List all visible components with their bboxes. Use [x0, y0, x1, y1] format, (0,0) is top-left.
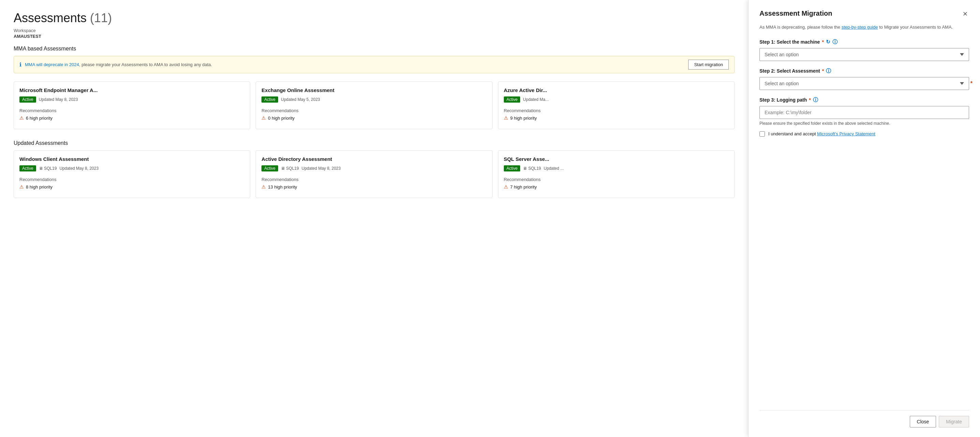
- privacy-checkbox-row: I understand and accept Microsoft's Priv…: [759, 131, 969, 137]
- card-meta: ActiveUpdated May 8, 2023: [19, 97, 244, 103]
- sql-badge: 🖥 SQL19: [523, 166, 541, 171]
- refresh-icon[interactable]: ↻: [826, 39, 830, 45]
- recommendations-label: Recommendations: [19, 108, 244, 113]
- priority-row: ⚠9 high priority: [504, 115, 729, 121]
- card-meta: ActiveUpdated Ma...: [504, 97, 729, 103]
- active-badge: Active: [504, 97, 520, 103]
- warning-triangle-icon: ⚠: [504, 184, 508, 189]
- card-updated: Updated May 8, 2023: [59, 166, 99, 171]
- migrate-button[interactable]: Migrate: [939, 416, 969, 427]
- close-button[interactable]: Close: [910, 416, 936, 427]
- desc-after: to Migrate your Assessments to AMA.: [878, 25, 953, 30]
- card-title: SQL Server Asse...: [504, 156, 729, 162]
- priority-text: 0 high priority: [268, 116, 294, 121]
- assessment-card[interactable]: Azure Active Dir...ActiveUpdated Ma...Re…: [498, 81, 735, 129]
- mma-cards-grid: Microsoft Endpoint Manager A...ActiveUpd…: [14, 81, 735, 129]
- card-updated: Updated May 8, 2023: [39, 97, 78, 102]
- priority-row: ⚠7 high priority: [504, 184, 729, 189]
- card-updated: Updated May 5, 2023: [281, 97, 320, 102]
- workspace-label: Workspace: [14, 28, 735, 33]
- step1-info-icon[interactable]: ⓘ: [832, 39, 837, 45]
- assessment-migration-panel: Assessment Migration ✕ As MMA is depreca…: [748, 0, 980, 437]
- step2-select-wrapper: Select an option *: [759, 77, 969, 90]
- assessment-card[interactable]: SQL Server Asse...Active🖥 SQL19Updated .…: [498, 150, 735, 198]
- step1-label: Step 1: Select the machine * ↻ ⓘ: [759, 39, 969, 45]
- privacy-checkbox[interactable]: [759, 131, 765, 137]
- active-badge: Active: [261, 165, 278, 172]
- card-updated: Updated May 8, 2023: [302, 166, 341, 171]
- priority-row: ⚠8 high priority: [19, 184, 244, 189]
- left-panel: Assessments (11) Workspace AMAUSTEST MMA…: [0, 0, 748, 437]
- info-icon: ℹ: [19, 61, 21, 68]
- page-title: Assessments (11): [14, 11, 735, 25]
- recommendations-label: Recommendations: [261, 108, 487, 113]
- active-badge: Active: [504, 165, 520, 172]
- desc-before: As MMA is deprecating, please follow the: [759, 25, 842, 30]
- warning-triangle-icon: ⚠: [261, 115, 266, 121]
- modal-description: As MMA is deprecating, please follow the…: [759, 24, 969, 31]
- card-updated: Updated ...: [544, 166, 564, 171]
- card-updated: Updated Ma...: [523, 97, 549, 102]
- card-meta: ActiveUpdated May 5, 2023: [261, 97, 487, 103]
- banner-link[interactable]: MMA will deprecate in 2024: [25, 62, 79, 67]
- step3-label: Step 3: Logging path * ⓘ: [759, 97, 969, 103]
- step-by-step-link[interactable]: step-by-step guide: [842, 25, 878, 30]
- warning-triangle-icon: ⚠: [261, 184, 266, 189]
- recommendations-label: Recommendations: [504, 108, 729, 113]
- sql-badge: 🖥 SQL19: [39, 166, 57, 171]
- updated-section-title: Updated Assessments: [14, 140, 735, 146]
- warning-triangle-icon: ⚠: [504, 115, 508, 121]
- title-text: Assessments: [14, 11, 87, 25]
- recommendations-label: Recommendations: [261, 177, 487, 182]
- priority-text: 8 high priority: [26, 184, 52, 189]
- recommendations-label: Recommendations: [19, 177, 244, 182]
- step2-label: Step 2: Select Assessment * ⓘ: [759, 68, 969, 74]
- banner-text: MMA will deprecate in 2024, please migra…: [25, 62, 685, 67]
- logging-path-hint: Please ensure the specified folder exist…: [759, 121, 969, 126]
- card-title: Active Directory Assessment: [261, 156, 487, 162]
- step3-required: *: [809, 97, 811, 103]
- card-title: Windows Client Assessment: [19, 156, 244, 162]
- card-title: Azure Active Dir...: [504, 87, 729, 93]
- step2-info-icon[interactable]: ⓘ: [826, 68, 831, 74]
- priority-row: ⚠0 high priority: [261, 115, 487, 121]
- active-badge: Active: [261, 97, 278, 103]
- updated-cards-grid: Windows Client AssessmentActive🖥 SQL19Up…: [14, 150, 735, 198]
- step1-required: *: [822, 39, 824, 44]
- logging-path-input[interactable]: [759, 106, 969, 119]
- modal-title: Assessment Migration: [759, 10, 832, 17]
- card-title: Exchange Online Assessment: [261, 87, 487, 93]
- step3-info-icon[interactable]: ⓘ: [813, 97, 818, 103]
- assessment-card[interactable]: Active Directory AssessmentActive🖥 SQL19…: [256, 150, 492, 198]
- privacy-link[interactable]: Microsoft's Privacy Statement: [817, 131, 875, 137]
- sql-badge: 🖥 SQL19: [281, 166, 299, 171]
- start-migration-button[interactable]: Start migration: [688, 60, 729, 70]
- warning-triangle-icon: ⚠: [19, 115, 24, 121]
- recommendations-label: Recommendations: [504, 177, 729, 182]
- active-badge: Active: [19, 97, 36, 103]
- step1-select[interactable]: Select an option: [759, 48, 969, 61]
- priority-row: ⚠6 high priority: [19, 115, 244, 121]
- assessment-card[interactable]: Windows Client AssessmentActive🖥 SQL19Up…: [14, 150, 250, 198]
- workspace-name: AMAUSTEST: [14, 34, 735, 39]
- step2-required: *: [822, 68, 824, 74]
- assessment-card[interactable]: Microsoft Endpoint Manager A...ActiveUpd…: [14, 81, 250, 129]
- modal-footer: Close Migrate: [759, 410, 969, 427]
- card-meta: Active🖥 SQL19Updated May 8, 2023: [19, 165, 244, 172]
- assessment-card[interactable]: Exchange Online AssessmentActiveUpdated …: [256, 81, 492, 129]
- active-badge: Active: [19, 165, 36, 172]
- priority-text: 13 high priority: [268, 184, 297, 189]
- card-title: Microsoft Endpoint Manager A...: [19, 87, 244, 93]
- priority-text: 9 high priority: [510, 116, 537, 121]
- card-meta: Active🖥 SQL19Updated ...: [504, 165, 729, 172]
- mma-section-title: MMA based Assessments: [14, 46, 735, 52]
- warning-triangle-icon: ⚠: [19, 184, 24, 189]
- card-meta: Active🖥 SQL19Updated May 8, 2023: [261, 165, 487, 172]
- step2-select[interactable]: Select an option: [759, 77, 969, 90]
- close-icon[interactable]: ✕: [961, 10, 969, 18]
- checkbox-text: I understand and accept Microsoft's Priv…: [768, 131, 875, 137]
- priority-text: 7 high priority: [510, 184, 537, 189]
- count-badge: (11): [90, 11, 112, 25]
- priority-text: 6 high priority: [26, 116, 52, 121]
- warning-banner: ℹ MMA will deprecate in 2024, please mig…: [14, 56, 735, 73]
